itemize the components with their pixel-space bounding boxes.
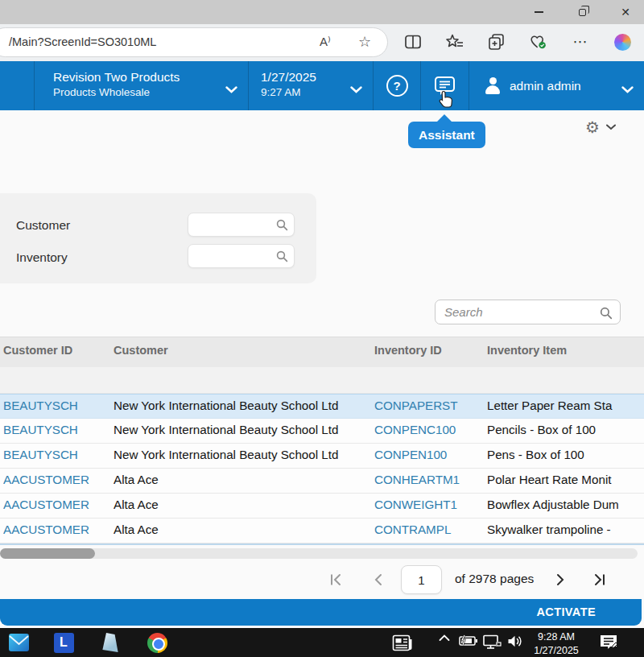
action-center-icon[interactable] bbox=[599, 633, 618, 652]
user-menu[interactable]: admin admin bbox=[469, 61, 644, 110]
tray-expand-chevron-icon[interactable] bbox=[439, 634, 450, 642]
volume-tray-icon[interactable] bbox=[507, 634, 523, 648]
l-app-icon[interactable]: L bbox=[53, 632, 74, 653]
customer-id-link[interactable]: BEAUTYSCH bbox=[3, 448, 109, 461]
news-tray-icon[interactable] bbox=[392, 634, 413, 651]
mail-app-icon[interactable] bbox=[8, 632, 29, 653]
inventory-id-link[interactable]: CONHEARTM1 bbox=[374, 473, 484, 486]
last-page-button[interactable] bbox=[589, 570, 609, 589]
search-icon[interactable] bbox=[600, 307, 613, 323]
inventory-id-link[interactable]: CONTRAMPL bbox=[374, 523, 484, 536]
column-header-inventory-id[interactable]: Inventory ID bbox=[374, 344, 442, 357]
inventory-id-link[interactable]: CONPAPERST bbox=[374, 399, 484, 412]
app-header: Revision Two Products Products Wholesale… bbox=[0, 61, 644, 110]
user-avatar-icon bbox=[484, 77, 502, 94]
grid-search-field bbox=[435, 300, 621, 324]
customer-filter-field bbox=[188, 213, 295, 237]
customer-id-link[interactable]: BEAUTYSCH bbox=[3, 423, 109, 436]
inventory-id-link[interactable]: CONPEN100 bbox=[374, 448, 484, 461]
inventory-item-cell: Pencils - Box of 100 bbox=[487, 423, 642, 436]
table-row[interactable]: BEAUTYSCH New York International Beauty … bbox=[0, 394, 644, 419]
gear-icon[interactable]: ⚙ bbox=[585, 119, 600, 135]
grid-bottom-border bbox=[0, 543, 644, 545]
more-menu-icon[interactable]: ⋯ bbox=[572, 33, 589, 51]
battery-tray-icon[interactable] bbox=[459, 634, 478, 647]
column-header-inventory-item[interactable]: Inventory Item bbox=[487, 344, 567, 357]
customer-id-link[interactable]: AACUSTOMER bbox=[3, 473, 109, 486]
screen-settings[interactable]: ⚙ bbox=[585, 119, 616, 135]
help-glyph: ? bbox=[393, 79, 400, 93]
close-icon: ✕ bbox=[621, 6, 630, 19]
windows-taskbar: L 9:28 AM 1/27/2025 bbox=[0, 628, 644, 657]
url-text[interactable]: /Main?ScreenId=SO3010ML bbox=[9, 35, 156, 48]
filter-panel: Customer Inventory bbox=[0, 193, 316, 283]
copilot-logo bbox=[614, 34, 631, 51]
customer-id-link[interactable]: AACUSTOMER bbox=[3, 523, 109, 536]
column-header-customer[interactable]: Customer bbox=[114, 344, 168, 357]
split-screen-icon[interactable] bbox=[404, 33, 422, 51]
activate-button[interactable]: ACTIVATE bbox=[536, 599, 596, 626]
inventory-item-cell: Skywalker trampoline - bbox=[487, 523, 642, 536]
help-button[interactable]: ? bbox=[374, 61, 421, 110]
grid-search-input[interactable] bbox=[444, 302, 589, 322]
customer-cell: Alta Ace bbox=[114, 473, 371, 486]
copilot-icon[interactable] bbox=[613, 33, 631, 51]
tenant-selector[interactable]: Revision Two Products Products Wholesale bbox=[35, 61, 249, 110]
scrollbar-thumb[interactable] bbox=[0, 548, 95, 559]
browser-titlebar: ✕ bbox=[0, 0, 644, 24]
close-button[interactable]: ✕ bbox=[620, 6, 631, 18]
search-icon[interactable] bbox=[276, 250, 288, 266]
customer-cell: New York International Beauty School Ltd bbox=[114, 423, 371, 436]
minimize-button[interactable] bbox=[533, 6, 544, 18]
read-aloud-icon[interactable]: A⁾ bbox=[320, 35, 331, 49]
customer-filter-input[interactable] bbox=[195, 214, 271, 235]
chevron-down-icon[interactable] bbox=[606, 124, 616, 130]
table-row[interactable]: AACUSTOMER Alta Ace CONHEARTM1 Polar Hea… bbox=[0, 469, 644, 494]
business-date-selector[interactable]: 1/27/2025 9:27 AM bbox=[249, 61, 374, 110]
customer-cell: Alta Ace bbox=[114, 523, 371, 536]
prev-page-button[interactable] bbox=[369, 570, 388, 589]
favorites-list-icon[interactable] bbox=[446, 33, 464, 51]
search-icon[interactable] bbox=[276, 219, 288, 234]
taskbar-clock[interactable]: 9:28 AM 1/27/2025 bbox=[527, 631, 585, 657]
table-row[interactable]: BEAUTYSCH New York International Beauty … bbox=[0, 444, 644, 469]
network-tray-icon[interactable] bbox=[482, 634, 502, 649]
favorite-star-icon[interactable]: ☆ bbox=[358, 33, 371, 51]
address-bar[interactable]: /Main?ScreenId=SO3010ML A⁾ ☆ bbox=[0, 27, 388, 57]
inventory-item-cell: Pens - Box of 100 bbox=[487, 448, 642, 461]
inventory-id-link[interactable]: CONWEIGHT1 bbox=[374, 498, 484, 511]
browser-essentials-icon[interactable] bbox=[530, 33, 547, 51]
horizontal-scrollbar[interactable] bbox=[0, 548, 638, 559]
assistant-tooltip-label: Assistant bbox=[419, 128, 475, 142]
customer-cell: New York International Beauty School Ltd bbox=[114, 448, 371, 461]
restore-button[interactable] bbox=[576, 6, 588, 18]
customer-id-link[interactable]: BEAUTYSCH bbox=[3, 399, 109, 412]
table-row[interactable]: AACUSTOMER Alta Ace CONWEIGHT1 Bowflex A… bbox=[0, 494, 644, 519]
chevron-down-icon bbox=[350, 82, 362, 97]
customer-id-link[interactable]: AACUSTOMER bbox=[3, 498, 109, 511]
taskbar-date: 1/27/2025 bbox=[527, 645, 585, 657]
assistant-tooltip: Assistant bbox=[408, 122, 485, 148]
chrome-app-icon[interactable] bbox=[147, 632, 167, 653]
inventory-filter-field bbox=[188, 244, 295, 268]
column-header-customer-id[interactable]: Customer ID bbox=[3, 344, 72, 357]
inventory-filter-input[interactable] bbox=[195, 246, 271, 267]
browser-toolbar: /Main?ScreenId=SO3010ML A⁾ ☆ ⋯ bbox=[0, 24, 644, 61]
inventory-id-link[interactable]: CONPENC100 bbox=[374, 423, 484, 436]
collections-icon[interactable] bbox=[488, 33, 506, 51]
screen: ✕ /Main?ScreenId=SO3010ML A⁾ ☆ ⋯ bbox=[0, 0, 644, 657]
help-icon: ? bbox=[386, 75, 408, 97]
table-row[interactable]: BEAUTYSCH New York International Beauty … bbox=[0, 419, 644, 444]
page-count-label: of 2978 pages bbox=[455, 572, 534, 586]
customer-cell: New York International Beauty School Ltd bbox=[114, 399, 371, 412]
grid-body: BEAUTYSCH New York International Beauty … bbox=[0, 394, 644, 543]
first-page-button[interactable] bbox=[327, 570, 346, 589]
restore-icon bbox=[579, 9, 586, 16]
table-row[interactable]: AACUSTOMER Alta Ace CONTRAMPL Skywalker … bbox=[0, 519, 644, 543]
minimize-icon bbox=[535, 11, 543, 13]
activate-bar: ACTIVATE bbox=[0, 599, 642, 626]
page-number-input[interactable] bbox=[402, 566, 441, 593]
next-page-button[interactable] bbox=[551, 570, 570, 589]
notepad-app-icon[interactable] bbox=[100, 632, 121, 653]
mouse-cursor-icon bbox=[439, 90, 453, 110]
